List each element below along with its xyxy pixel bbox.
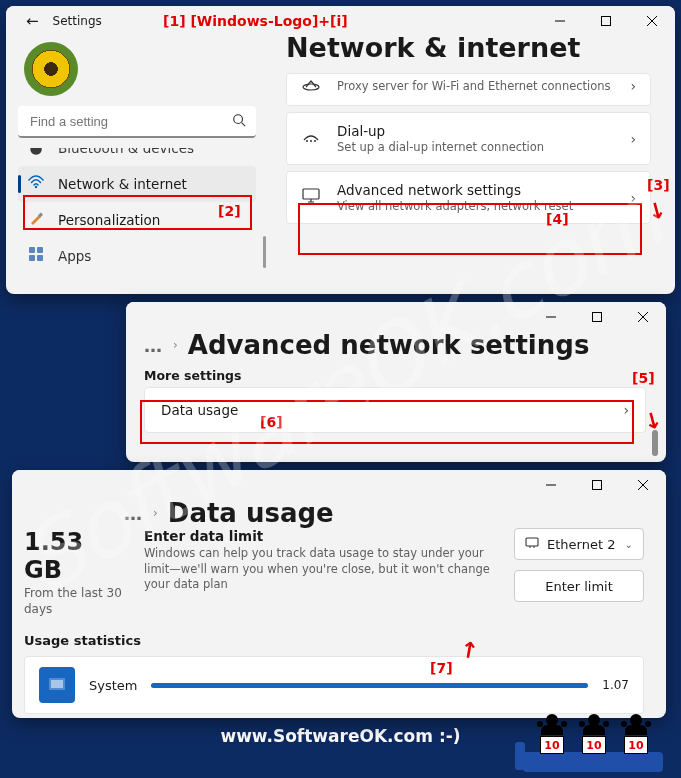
proxy-icon [301,76,321,95]
card-advanced-network[interactable]: Advanced network settings View all netwo… [286,171,651,224]
minimize-button[interactable] [528,470,574,500]
card-dialup[interactable]: Dial-up Set up a dial-up internet connec… [286,112,651,165]
search-icon [232,113,246,130]
chevron-right-icon: › [630,78,636,94]
usage-bar [151,683,588,688]
app-usage-value: 1.07 [602,678,629,692]
breadcrumb-overflow[interactable]: … [124,503,143,524]
annotation-2: [2] [218,203,241,219]
close-button[interactable] [620,470,666,500]
card-proxy[interactable]: Proxy server for Wi-Fi and Ethernet conn… [286,73,651,106]
chevron-right-icon: › [153,506,158,520]
annotation-7: [7] [430,660,453,676]
annotation-4: [4] [546,211,569,227]
user-avatar[interactable] [24,42,78,96]
system-icon [39,667,75,703]
chevron-right-icon: › [173,338,178,352]
decorative-judges: 10 10 10 [535,714,653,754]
card-subtitle: View all network adapters, network reset [337,199,614,213]
nav-label: Bluetooth & devices [58,148,194,156]
card-title: Dial-up [337,123,614,139]
card-data-usage[interactable]: Data usage › [144,387,646,433]
card-subtitle: Set up a dial-up internet connection [337,140,614,154]
adapter-name: Ethernet 2 [547,537,615,552]
svg-rect-10 [29,255,35,261]
titlebar [12,470,666,500]
usage-row-system: System 1.07 [24,656,644,714]
chevron-right-icon: › [630,131,636,147]
nav-label: Personalization [58,212,160,228]
minimize-button[interactable] [528,302,574,332]
svg-rect-16 [303,189,319,199]
usage-period: From the last 30 days [24,586,126,617]
back-button[interactable]: ← [26,12,39,30]
svg-point-12 [303,84,319,90]
svg-rect-20 [593,313,602,322]
svg-point-15 [314,140,316,142]
paintbrush-icon [28,210,44,230]
section-header-usage-stats: Usage statistics [24,633,644,648]
bluetooth-icon: ● [28,148,44,157]
svg-rect-8 [29,247,35,253]
card-title: Advanced network settings [337,182,614,198]
svg-rect-11 [37,255,43,261]
total-usage: 1.53 GB [24,528,126,584]
sidebar-item-network[interactable]: Network & internet [18,166,256,202]
breadcrumb: … › Data usage [12,498,666,528]
titlebar [126,302,666,332]
maximize-button[interactable] [574,302,620,332]
main-content: Network & internet Proxy server for Wi-F… [268,36,675,294]
annotation-5: [5] [632,370,655,386]
enter-limit-title: Enter data limit [144,528,496,544]
button-label: Enter limit [545,579,613,594]
sidebar-item-bluetooth[interactable]: ● Bluetooth & devices [18,148,256,166]
enter-limit-button[interactable]: Enter limit [514,570,644,602]
app-name: System [89,678,137,693]
chevron-right-icon: › [630,190,636,206]
svg-rect-33 [51,680,63,688]
sidebar: ← Settings ● Bluetooth & devices [6,36,268,294]
annotation-6: [6] [260,414,283,430]
page-title: Advanced network settings [188,330,590,360]
judge-score: 10 [540,736,564,754]
svg-rect-9 [37,247,43,253]
svg-point-4 [234,115,243,124]
svg-rect-1 [602,17,611,26]
card-title: Data usage [161,402,607,418]
settings-window-datausage: … › Data usage 1.53 GB From the last 30 … [12,470,666,718]
maximize-button[interactable] [574,470,620,500]
svg-rect-29 [526,538,538,546]
enter-limit-description: Windows can help you track data usage to… [144,546,496,593]
svg-rect-26 [593,481,602,490]
chevron-right-icon: › [623,402,629,418]
svg-point-6 [35,186,37,188]
page-title: Data usage [168,498,334,528]
monitor-icon [301,188,321,208]
page-title: Network & internet [286,32,651,63]
sidebar-item-apps[interactable]: Apps [18,238,256,274]
ethernet-icon [525,537,539,552]
judge-score: 10 [624,736,648,754]
chevron-down-icon: ⌄ [625,539,633,550]
settings-window-network: ← Settings ● Bluetooth & devices [6,6,675,294]
settings-window-advanced: … › Advanced network settings More setti… [126,302,666,462]
breadcrumb: … › Advanced network settings [126,330,666,360]
close-button[interactable] [620,302,666,332]
judge-score: 10 [582,736,606,754]
settings-label: Settings [53,14,102,28]
svg-point-14 [310,140,312,142]
svg-point-13 [306,140,308,142]
wifi-icon [28,174,44,194]
nav-label: Apps [58,248,91,264]
breadcrumb-overflow[interactable]: … [144,335,163,356]
adapter-dropdown[interactable]: Ethernet 2 ⌄ [514,528,644,560]
card-subtitle: Proxy server for Wi-Fi and Ethernet conn… [337,79,614,93]
annotation-3: [3] [647,177,670,193]
nav-label: Network & internet [58,176,187,192]
annotation-shortcut: [1] [Windows-Logo]+[i] [163,13,348,29]
dialup-icon [301,129,321,148]
sidebar-scrollbar[interactable] [263,236,266,268]
search-input[interactable] [18,106,256,138]
svg-line-5 [242,123,246,127]
section-header-more: More settings [126,360,666,387]
